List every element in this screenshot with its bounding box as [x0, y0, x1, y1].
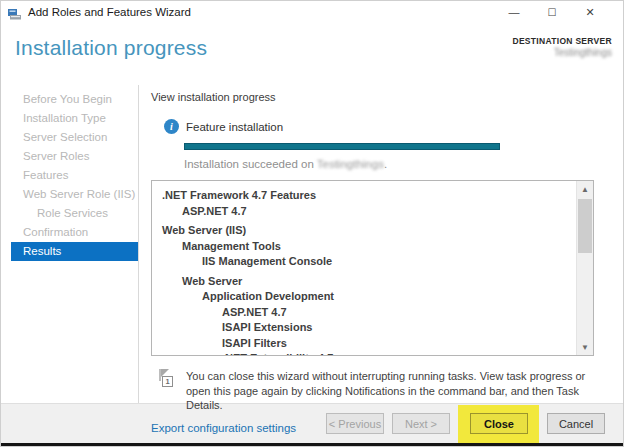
notification-flag-icon: 1 — [157, 369, 175, 389]
feature-item-application-development: Application Development — [152, 289, 593, 305]
scroll-up-icon[interactable]: ▲ — [577, 181, 593, 197]
minimize-icon[interactable]: — — [495, 1, 533, 23]
section-label: View installation progress — [151, 91, 608, 103]
maximize-icon[interactable]: ☐ — [533, 1, 571, 23]
feature-item-iis-management-console: IIS Management Console — [152, 254, 593, 270]
feature-item-management-tools: Management Tools — [152, 239, 593, 255]
sidebar-item-web-server-role-iis[interactable]: Web Server Role (IIS) — [1, 185, 138, 204]
feature-item-net-framework-4-7-features: .NET Framework 4.7 Features — [152, 188, 593, 204]
progress-bar — [184, 143, 500, 150]
page-title: Installation progress — [15, 36, 207, 60]
wizard-header: Installation progress DESTINATION SERVER… — [1, 23, 623, 85]
destination-server-block: DESTINATION SERVER Testingthings — [512, 36, 612, 58]
feature-item-net-extensibility-4-7: .NET Extensibility 4.7 — [152, 351, 593, 356]
status-message-prefix: Installation succeeded on — [184, 158, 317, 170]
feature-item-isapi-extensions: ISAPI Extensions — [152, 320, 593, 336]
title-bar: Add Roles and Features Wizard — ☐ ✕ — [1, 1, 623, 23]
note-row: 1 You can close this wizard without inte… — [157, 369, 608, 413]
scrollbar-thumb[interactable] — [578, 199, 592, 253]
scroll-down-icon[interactable]: ▼ — [577, 339, 593, 355]
sidebar-item-features[interactable]: Features — [1, 166, 138, 185]
installed-features-box: .NET Framework 4.7 FeaturesASP.NET 4.7We… — [151, 180, 594, 356]
wizard-window: Add Roles and Features Wizard — ☐ ✕ Inst… — [0, 0, 624, 447]
close-icon[interactable]: ✕ — [571, 1, 609, 23]
status-message: Installation succeeded on Testingthings. — [184, 158, 608, 170]
window-title: Add Roles and Features Wizard — [28, 6, 191, 18]
sidebar-item-before-you-begin[interactable]: Before You Begin — [1, 90, 138, 109]
progress-fill — [185, 144, 499, 149]
content-pane: View installation progress i Feature ins… — [139, 85, 623, 403]
status-server-name: Testingthings — [317, 158, 384, 170]
window-controls: — ☐ ✕ — [495, 1, 609, 23]
server-manager-icon — [8, 6, 22, 18]
notification-badge: 1 — [162, 376, 173, 387]
destination-server-label: DESTINATION SERVER — [512, 36, 612, 46]
info-icon: i — [164, 119, 179, 134]
sidebar-item-confirmation[interactable]: Confirmation — [1, 223, 138, 242]
status-title: Feature installation — [186, 121, 283, 133]
sidebar-nav: Before You BeginInstallation TypeServer … — [1, 85, 139, 403]
status-row: i Feature installation — [164, 119, 608, 134]
sidebar-item-installation-type[interactable]: Installation Type — [1, 109, 138, 128]
sidebar-item-server-roles[interactable]: Server Roles — [1, 147, 138, 166]
sidebar-item-results[interactable]: Results — [11, 242, 138, 261]
feature-item-asp-net-4-7: ASP.NET 4.7 — [152, 204, 593, 220]
wizard-body: Before You BeginInstallation TypeServer … — [1, 85, 623, 403]
vertical-scrollbar[interactable]: ▲ ▼ — [576, 181, 593, 355]
feature-item-isapi-filters: ISAPI Filters — [152, 336, 593, 352]
feature-list: .NET Framework 4.7 FeaturesASP.NET 4.7We… — [152, 188, 593, 356]
note-text: You can close this wizard without interr… — [186, 369, 608, 413]
feature-item-asp-net-4-7: ASP.NET 4.7 — [152, 305, 593, 321]
status-message-suffix: . — [384, 158, 387, 170]
sidebar-item-server-selection[interactable]: Server Selection — [1, 128, 138, 147]
window-bottom-edge — [1, 443, 623, 447]
sidebar-item-role-services[interactable]: Role Services — [1, 204, 138, 223]
destination-server-name: Testingthings — [512, 47, 612, 58]
feature-item-web-server: Web Server — [152, 274, 593, 290]
export-configuration-link[interactable]: Export configuration settings — [151, 422, 296, 434]
feature-item-web-server-iis: Web Server (IIS) — [152, 223, 593, 239]
